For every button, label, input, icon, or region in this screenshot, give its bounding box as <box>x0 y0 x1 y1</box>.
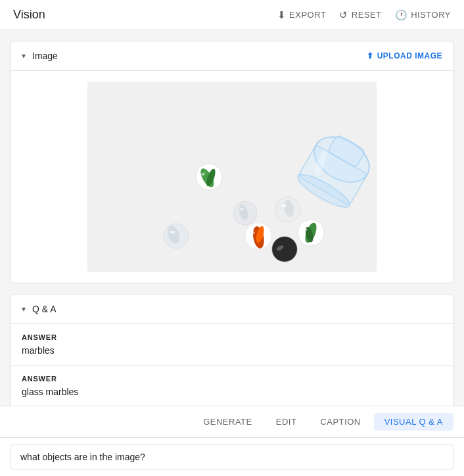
image-display-area <box>11 71 453 283</box>
image-panel-header: ▾ Image ⬆ UPLOAD IMAGE <box>11 41 453 71</box>
header-actions: ⬇ EXPORT ↺ RESET 🕐 HISTORY <box>277 9 451 21</box>
collapse-qa-icon[interactable]: ▾ <box>22 304 26 314</box>
tab-visual-qa[interactable]: VISUAL Q & A <box>374 413 453 431</box>
svg-point-13 <box>170 231 175 233</box>
qa-row-2: ANSWER glass marbles <box>11 366 453 407</box>
tab-caption[interactable]: CAPTION <box>310 413 371 431</box>
reset-icon: ↺ <box>339 9 348 21</box>
tabs-row: GENERATE EDIT CAPTION VISUAL Q & A <box>0 406 464 438</box>
query-input[interactable] <box>11 444 453 469</box>
history-icon: 🕐 <box>395 9 408 21</box>
svg-point-29 <box>240 208 244 210</box>
answer-value-1: marbles <box>22 345 442 356</box>
answer-label-1: ANSWER <box>22 333 442 341</box>
collapse-image-icon[interactable]: ▾ <box>22 51 26 60</box>
history-button[interactable]: 🕐 HISTORY <box>395 9 451 21</box>
tab-edit[interactable]: EDIT <box>266 413 308 431</box>
qa-panel-header: ▾ Q & A <box>11 295 453 324</box>
qa-panel: ▾ Q & A ANSWER marbles ANSWER glass marb… <box>11 294 453 416</box>
answer-label-2: ANSWER <box>22 375 442 383</box>
query-input-row <box>0 438 464 476</box>
upload-icon: ⬆ <box>367 51 374 60</box>
image-panel: ▾ Image ⬆ UPLOAD IMAGE <box>11 41 453 283</box>
app-header: Vision ⬇ EXPORT ↺ RESET 🕐 HISTORY <box>0 0 464 30</box>
tab-generate[interactable]: GENERATE <box>193 413 263 431</box>
bottom-bar: GENERATE EDIT CAPTION VISUAL Q & A <box>0 406 464 476</box>
app-title: Vision <box>13 8 45 22</box>
qa-panel-title: Q & A <box>32 304 57 314</box>
svg-point-26 <box>281 204 287 207</box>
export-button[interactable]: ⬇ EXPORT <box>277 9 327 21</box>
main-content: ▾ Image ⬆ UPLOAD IMAGE <box>0 30 464 426</box>
svg-point-18 <box>272 237 297 262</box>
image-panel-title: Image <box>32 51 58 61</box>
export-icon: ⬇ <box>277 9 287 21</box>
answer-value-2: glass marbles <box>22 387 442 397</box>
qa-row-1: ANSWER marbles <box>11 324 453 366</box>
reset-button[interactable]: ↺ RESET <box>339 9 381 21</box>
qa-panel-body: ANSWER marbles ANSWER glass marbles <box>11 324 453 415</box>
upload-image-button[interactable]: ⬆ UPLOAD IMAGE <box>367 51 442 60</box>
marbles-image <box>87 82 377 272</box>
